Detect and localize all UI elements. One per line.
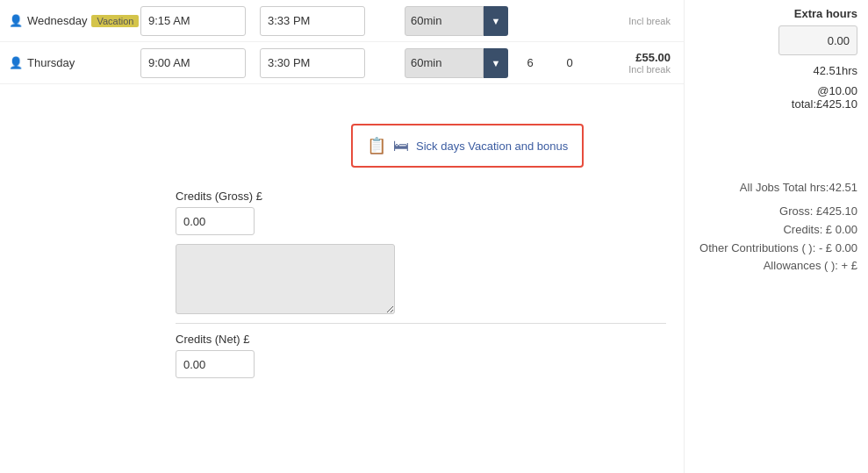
wednesday-start-input[interactable] xyxy=(140,6,246,36)
extra-hours-input[interactable] xyxy=(778,25,857,55)
page-wrapper: 👤 Wednesday Vacation 3 ▼ Incl break xyxy=(0,0,868,473)
chevron-down-icon: ▼ xyxy=(491,16,501,26)
thursday-pay-amount: £55.00 xyxy=(587,51,671,64)
thursday-row: 👤 Thursday ▼ 6 0 £55.00 Incl break xyxy=(0,42,684,84)
notes-area xyxy=(0,244,684,314)
chevron-down-icon-thursday: ▼ xyxy=(491,58,501,68)
thursday-times xyxy=(140,48,398,78)
hours-info: 42.51hrs xyxy=(695,64,857,77)
gross-line: Gross: £425.10 xyxy=(695,203,857,221)
other-contributions-line: Other Contributions ( ): - £ 0.00 xyxy=(695,240,857,258)
thursday-break-wrapper: ▼ xyxy=(405,48,508,78)
person-icon-wednesday: 👤 xyxy=(9,14,23,27)
credits-gross-input[interactable] xyxy=(176,207,255,235)
thursday-end-input[interactable] xyxy=(260,48,365,78)
wednesday-vacation-badge: Vacation xyxy=(91,15,139,27)
separator-line xyxy=(176,323,666,324)
thursday-break-dropdown-btn[interactable]: ▼ xyxy=(484,48,508,78)
thursday-day-cell: 👤 Thursday xyxy=(0,56,140,69)
wednesday-incl-break: Incl break xyxy=(587,16,671,26)
person-icon-thursday: 👤 xyxy=(9,56,23,69)
thursday-hours: 6 xyxy=(508,56,552,69)
credits-line: Credits: £ 0.00 xyxy=(695,221,857,240)
sick-days-box[interactable]: 📋 🛏 Sick days Vacation and bonus xyxy=(351,124,584,168)
wednesday-break-dropdown-btn[interactable]: ▼ xyxy=(484,6,508,36)
wednesday-label: Wednesday xyxy=(27,14,87,27)
thursday-pay: £55.00 Incl break xyxy=(587,51,684,75)
thursday-start-input[interactable] xyxy=(140,48,246,78)
rate-section: 42.51hrs @10.00 total:£425.10 xyxy=(695,64,857,111)
spacer xyxy=(0,84,684,111)
allowances-line: Allowances ( ): + £ xyxy=(695,257,857,276)
sick-days-area: 📋 🛏 Sick days Vacation and bonus xyxy=(0,111,684,181)
thursday-incl-break: Incl break xyxy=(587,64,671,75)
separator-wrapper xyxy=(0,323,684,324)
wednesday-day-cell: 👤 Wednesday Vacation 3 xyxy=(0,14,140,27)
credits-net-input[interactable] xyxy=(176,350,255,378)
wednesday-row: 👤 Wednesday Vacation 3 ▼ Incl break xyxy=(0,0,684,42)
wednesday-times xyxy=(140,6,398,36)
wednesday-pay: Incl break xyxy=(587,16,684,26)
summary-section: Gross: £425.10 Credits: £ 0.00 Other Con… xyxy=(695,203,857,276)
vacation-icon: 🛏 xyxy=(393,137,409,155)
notes-textarea[interactable] xyxy=(176,244,395,314)
rate-info: @10.00 xyxy=(695,84,857,97)
extra-hours-label: Extra hours xyxy=(695,7,857,20)
sick-icon: 📋 xyxy=(367,136,386,155)
all-jobs-label: All Jobs Total hrs:42.51 xyxy=(740,181,857,194)
total-info: total:£425.10 xyxy=(695,97,857,111)
thursday-ot: 0 xyxy=(552,56,587,69)
right-panel: Extra hours 42.51hrs @10.00 total:£425.1… xyxy=(684,0,868,473)
wednesday-end-input[interactable] xyxy=(260,6,365,36)
wednesday-break-wrapper: ▼ xyxy=(405,6,508,36)
all-jobs-total: All Jobs Total hrs:42.51 xyxy=(695,181,857,194)
credits-net-section: Credits (Net) £ xyxy=(0,333,684,378)
credits-net-label: Credits (Net) £ xyxy=(176,333,684,346)
extra-hours-section: Extra hours xyxy=(695,7,857,55)
credits-gross-section: Credits (Gross) £ xyxy=(0,190,684,235)
credits-gross-label: Credits (Gross) £ xyxy=(176,190,684,203)
thursday-label: Thursday xyxy=(27,56,75,69)
thursday-break-input[interactable] xyxy=(405,48,484,78)
sick-days-label: Sick days Vacation and bonus xyxy=(416,140,568,153)
page-left: 👤 Wednesday Vacation 3 ▼ Incl break xyxy=(0,0,684,473)
wednesday-break-input[interactable] xyxy=(405,6,484,36)
